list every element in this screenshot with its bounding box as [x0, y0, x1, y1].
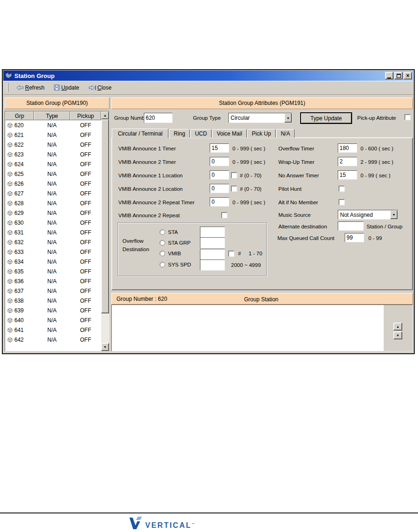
titlebar[interactable]: Station Group ×	[3, 71, 413, 81]
close-button[interactable]: ×	[404, 72, 412, 79]
list-scrollbar[interactable]: ▲ ▼	[101, 111, 109, 351]
group-number-cell: 625	[14, 171, 24, 177]
vmib-input[interactable]	[200, 249, 225, 260]
dropdown-arrow-icon: ▼	[287, 117, 290, 120]
station-group-row[interactable]: 628 N/A OFF	[5, 198, 101, 208]
group-number-text: Group Number : 620	[116, 296, 167, 302]
station-group-row[interactable]: 638 N/A OFF	[5, 296, 101, 305]
column-header-grp[interactable]: Grp	[5, 111, 34, 120]
station-group-row[interactable]: 631 N/A OFF	[5, 227, 101, 237]
tab[interactable]: Ring	[169, 129, 190, 138]
page-footer-rule	[0, 513, 418, 513]
station-group-row[interactable]: 636 N/A OFF	[5, 276, 101, 286]
station-group-row[interactable]: 622 N/A OFF	[5, 140, 101, 149]
station-group-row[interactable]: 624 N/A OFF	[5, 159, 101, 169]
station-group-row[interactable]: 637 N/A OFF	[5, 286, 101, 296]
sys-spd-radio[interactable]	[160, 262, 165, 267]
station-group-row[interactable]: 641 N/A OFF	[5, 325, 101, 335]
column-header-type[interactable]: Type	[34, 111, 70, 120]
group-type-cell: N/A	[34, 259, 70, 265]
station-group-row[interactable]: 621 N/A OFF	[5, 130, 101, 140]
range-hint: 2 - 999 ( sec )	[360, 159, 393, 165]
scroll-thumb[interactable]	[101, 119, 109, 313]
alt-if-no-member-checkbox[interactable]	[339, 199, 345, 205]
group-type-cell: N/A	[34, 278, 70, 285]
station-scroll-down-button[interactable]: ▼	[393, 331, 402, 339]
tab[interactable]: UCD	[190, 129, 212, 138]
alternate-destination-input[interactable]	[338, 221, 364, 231]
tab[interactable]: Pick Up	[247, 129, 276, 138]
toolbar-grip[interactable]	[7, 83, 8, 92]
type-update-button[interactable]: Type Update	[300, 112, 352, 124]
pickup-attribute-checkbox[interactable]	[405, 114, 411, 120]
range-hint: 0 - 99	[368, 235, 382, 241]
group-type-dropdown[interactable]: Circular ▼	[228, 113, 292, 123]
station-group-row[interactable]: 629 N/A OFF	[5, 208, 101, 218]
group-type-label: Group Type	[193, 115, 221, 121]
station-group-row[interactable]: 625 N/A OFF	[5, 169, 101, 179]
alternate-destination-suffix: Station / Group	[367, 224, 402, 229]
group-number-input[interactable]	[144, 113, 173, 123]
station-group-rows: 620 N/A OFF 621 N/A OFF	[5, 120, 101, 351]
station-group-row[interactable]: 640 N/A OFF	[5, 315, 101, 325]
group-type-dropdown-arrow[interactable]: ▼	[284, 113, 292, 123]
music-source-dropdown-arrow[interactable]: ▼	[390, 210, 398, 219]
group-pickup-cell: OFF	[70, 210, 101, 216]
group-cube-icon	[7, 220, 13, 226]
group-cube-icon	[7, 308, 13, 313]
group-number-cell: 638	[14, 298, 24, 304]
group-pickup-cell: OFF	[70, 200, 101, 207]
maximize-button[interactable]	[394, 72, 403, 79]
group-number-cell: 633	[14, 249, 24, 255]
alternate-destination-label: Alternate destination	[278, 224, 327, 229]
station-group-row[interactable]: 627 N/A OFF	[5, 188, 101, 198]
overflow-timer-input[interactable]	[338, 143, 357, 153]
tab[interactable]: N/A	[276, 129, 295, 138]
group-cube-icon	[7, 240, 13, 245]
max-queued-call-count-input[interactable]	[345, 233, 364, 242]
tab[interactable]: Circular / Terminal	[112, 129, 168, 138]
tab-label: N/A	[281, 130, 290, 137]
sys-spd-input[interactable]	[200, 260, 225, 271]
wrap-up-timer-input[interactable]	[338, 157, 357, 166]
tab[interactable]: Voice Mail	[212, 129, 247, 138]
group-cube-icon	[7, 259, 13, 265]
scroll-up-button[interactable]: ▲	[101, 111, 109, 119]
station-group-row[interactable]: 632 N/A OFF	[5, 237, 101, 247]
music-source-dropdown[interactable]: Not Assigned ▼	[338, 210, 398, 220]
column-header-pickup[interactable]: Pickup	[70, 111, 101, 120]
station-group-row[interactable]: 634 N/A OFF	[5, 257, 101, 266]
group-number-cell: 622	[14, 142, 24, 148]
station-group-row[interactable]: 620 N/A OFF	[5, 120, 101, 130]
vmib-hash-checkbox[interactable]	[228, 251, 234, 257]
station-group-row[interactable]: 633 N/A OFF	[5, 247, 101, 257]
vmib-radio[interactable]	[160, 251, 165, 256]
group-number-cell: 623	[14, 151, 24, 158]
station-group-row[interactable]: 642 N/A OFF	[5, 335, 101, 344]
station-group-row[interactable]: 626 N/A OFF	[5, 179, 101, 188]
group-pickup-cell: OFF	[70, 181, 101, 187]
refresh-button[interactable]: Refresh	[13, 84, 48, 92]
group-cube-icon	[7, 337, 13, 343]
no-answer-timer-input[interactable]	[338, 170, 357, 180]
scroll-down-button[interactable]: ▼	[101, 343, 109, 351]
station-group-row[interactable]: 623 N/A OFF	[5, 149, 101, 159]
station-scroll-up-button[interactable]: ▲	[393, 323, 402, 331]
pilot-hunt-checkbox[interactable]	[339, 186, 345, 192]
minimize-button[interactable]	[385, 72, 393, 79]
update-button[interactable]: Update	[51, 84, 83, 92]
close-toolbar-button[interactable]: Close	[85, 84, 115, 92]
station-group-row[interactable]: 639 N/A OFF	[5, 305, 101, 315]
group-type-cell: N/A	[34, 122, 70, 129]
station-group-window: Station Group × Refresh Update Close Sta…	[2, 69, 415, 354]
circular-terminal-tab-page: VMIB Announce 1 Timer 0 - 999 ( sec ) VM…	[111, 137, 413, 290]
sys-spd-range-label: 2000 ~ 4999	[231, 262, 261, 268]
group-number-cell: 630	[14, 220, 24, 226]
station-group-row[interactable]: 630 N/A OFF	[5, 218, 101, 227]
group-cube-icon	[7, 249, 13, 255]
down-arrow-icon: ▼	[103, 345, 107, 349]
group-pickup-cell: OFF	[70, 229, 101, 236]
station-group-list-panel: Station Group (PGM190) Grp Type Pickup 6…	[5, 97, 109, 351]
up-arrow-icon: ▲	[103, 114, 107, 117]
station-group-row[interactable]: 635 N/A OFF	[5, 266, 101, 276]
